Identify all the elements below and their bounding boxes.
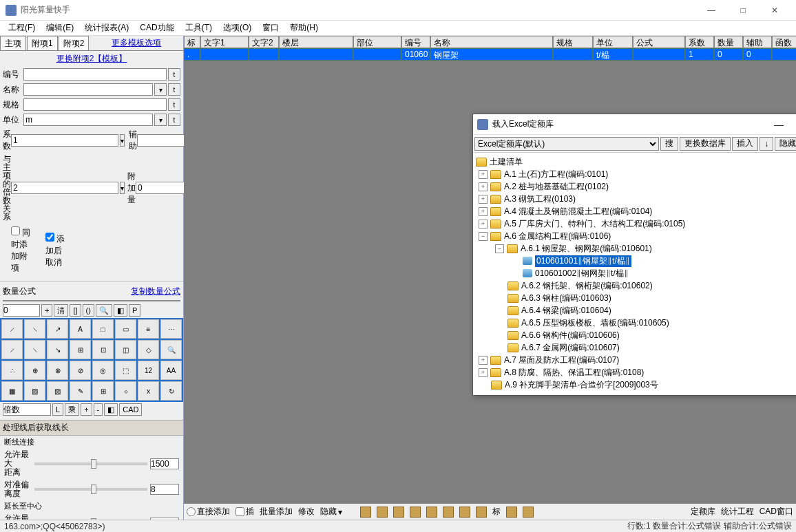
maxdist-input[interactable]	[150, 458, 179, 469]
menu-file[interactable]: 工程(F)	[3, 22, 41, 34]
tree-a5[interactable]: A.5 厂库房大门、特种门、木结构工程(编码:0105)	[504, 218, 685, 230]
tool-icon[interactable]: □	[92, 319, 114, 339]
grid-header-cell[interactable]: 单位	[593, 36, 633, 48]
tool-icon[interactable]: ⊘	[70, 361, 91, 380]
collapse-icon[interactable]: −	[479, 232, 488, 241]
tool-icon[interactable]: ⊡	[92, 340, 114, 359]
tool-icon[interactable]: ▦	[1, 381, 23, 401]
code-input[interactable]	[23, 68, 167, 81]
grid-cell[interactable]: t/榀	[593, 48, 633, 61]
tool-icon[interactable]: ⟋	[1, 319, 23, 339]
grid-header-cell[interactable]: 编号	[401, 36, 430, 48]
tool-icon[interactable]: ✎	[70, 381, 91, 401]
ratio-dd[interactable]: ▾	[120, 182, 125, 194]
unit-t-button[interactable]: t	[168, 114, 180, 126]
cad-window-button[interactable]: CAD窗口	[760, 506, 793, 518]
tree-a611[interactable]: 010601001‖钢屋架‖t/榀‖	[535, 255, 631, 267]
tree-a8[interactable]: A.8 防腐、隔热、保温工程(编码:0108)	[504, 367, 644, 379]
tree-a6[interactable]: A.6 金属结构工程(编码:0106)	[504, 231, 611, 242]
close-button[interactable]: ✕	[759, 0, 790, 21]
code-t-button[interactable]: t	[168, 68, 180, 81]
batch-add-button[interactable]: 批量添加	[260, 506, 293, 518]
grid-header-cell[interactable]: 部位	[353, 36, 401, 48]
tool-icon[interactable]: ⊕	[24, 361, 45, 380]
grid-header-cell[interactable]: 公式	[633, 36, 685, 48]
bracket1-button[interactable]: []	[70, 304, 81, 317]
tree-a63[interactable]: A.6.3 钢柱(编码:010603)	[521, 292, 611, 304]
grid-header-cell[interactable]: 文字1	[200, 36, 249, 48]
radio-direct[interactable]	[187, 507, 196, 516]
tool-icon[interactable]: ▨	[47, 381, 68, 401]
menu-edit[interactable]: 编辑(E)	[41, 22, 79, 34]
cheng-button[interactable]: 乘	[65, 403, 79, 416]
name-t-button[interactable]: t	[168, 83, 180, 96]
grid-header-cell[interactable]: 文字2	[249, 36, 279, 48]
grid-cell[interactable]: .	[184, 48, 200, 61]
cb-insert[interactable]	[235, 507, 244, 516]
menu-help[interactable]: 帮助(H)	[284, 22, 324, 34]
tool-icon[interactable]: ∴	[1, 361, 23, 380]
grid-header-cell[interactable]: 名称	[430, 36, 553, 48]
tree-a2[interactable]: A.2 桩与地基基础工程(0102)	[504, 181, 609, 193]
coef-dd[interactable]: ▾	[120, 134, 125, 147]
search-button[interactable]: 搜	[660, 137, 678, 151]
unit-dd-button[interactable]: ▾	[154, 114, 167, 126]
tree-a67[interactable]: A.6.7 金属网(编码:010607)	[521, 342, 620, 354]
minimize-button[interactable]: —	[695, 0, 727, 21]
num-input[interactable]	[3, 304, 40, 317]
mark-button[interactable]: 标	[492, 506, 501, 518]
tree-view[interactable]: 土建清单 +A.1 土(石)方工程(编码:0101) +A.2 桩与地基基础工程…	[473, 153, 796, 395]
grid-cell[interactable]	[200, 48, 249, 61]
dialog-maximize[interactable]: □	[789, 119, 796, 130]
quota-lib-button[interactable]: 定额库	[691, 506, 715, 518]
toolbar-icon[interactable]	[459, 507, 470, 518]
tool-icon[interactable]: ⟐	[115, 381, 136, 401]
qty-formula-input[interactable]	[3, 300, 180, 301]
tree-a65[interactable]: A.6.5 压型钢板楼板、墙板(编码:010605)	[521, 317, 669, 329]
tool-icon[interactable]: ↗	[47, 319, 68, 339]
tool-icon[interactable]: ⋯	[160, 319, 182, 339]
toolbar-icon[interactable]	[426, 507, 437, 518]
unit-input[interactable]	[23, 114, 153, 126]
dialog-minimize[interactable]: —	[768, 119, 789, 130]
clear-button[interactable]: 清	[54, 304, 68, 317]
menu-option[interactable]: 选项(O)	[218, 22, 257, 34]
tree-a62[interactable]: A.6.2 钢托架、钢桁架(编码:010602)	[521, 280, 653, 292]
plus2-button[interactable]: +	[81, 403, 92, 416]
slider-maxdist[interactable]	[34, 462, 147, 465]
ratio-input[interactable]	[11, 182, 118, 194]
toolbar-icon[interactable]	[410, 507, 421, 518]
cb-sync[interactable]: 同时添加附项	[11, 226, 32, 274]
spec-input[interactable]	[23, 98, 167, 111]
tool-icon[interactable]: ◎	[92, 361, 114, 380]
grid-cell[interactable]	[249, 48, 279, 61]
collapse-icon[interactable]: −	[495, 244, 504, 253]
tool-icon[interactable]: ⟍	[24, 319, 45, 339]
p-button[interactable]: P	[129, 304, 140, 317]
expand-icon[interactable]: +	[479, 195, 488, 204]
tree-a61[interactable]: A.6.1 钢屋架、钢网架(编码:010601)	[521, 243, 652, 255]
grid-header-cell[interactable]: 标	[184, 36, 200, 48]
tree-a3[interactable]: A.3 砌筑工程(0103)	[504, 193, 576, 205]
tab-main[interactable]: 主项	[0, 36, 26, 50]
tree-a64[interactable]: A.6.4 钢梁(编码:010604)	[521, 305, 611, 317]
stat-project-button[interactable]: 统计工程	[721, 506, 754, 518]
name-dd-button[interactable]: ▾	[154, 83, 167, 96]
expand-icon[interactable]: +	[479, 182, 488, 191]
tool-icon[interactable]: ▭	[115, 319, 136, 339]
grid-cell[interactable]	[553, 48, 593, 61]
tree-a9[interactable]: A.9 补充脚手架清单-合造价字[2009]003号	[505, 379, 658, 391]
down-button[interactable]: ↓	[760, 137, 773, 151]
grid-cell[interactable]	[279, 48, 353, 61]
menu-report[interactable]: 统计报表(A)	[79, 22, 134, 34]
library-select[interactable]: Excel定额库(默认)	[474, 137, 659, 151]
coef-input[interactable]	[11, 134, 118, 147]
hide2-button[interactable]: 隐藏▾	[320, 506, 342, 518]
tab-sub1[interactable]: 附项1	[27, 36, 58, 50]
tool-icon[interactable]: 12	[138, 361, 159, 380]
insert-button[interactable]: 插入	[732, 137, 758, 151]
modify-button[interactable]: 修改	[298, 506, 315, 518]
grid-cell[interactable]	[353, 48, 401, 61]
tool-icon[interactable]: A	[70, 319, 91, 339]
grid-header-cell[interactable]: 函数	[772, 36, 796, 48]
